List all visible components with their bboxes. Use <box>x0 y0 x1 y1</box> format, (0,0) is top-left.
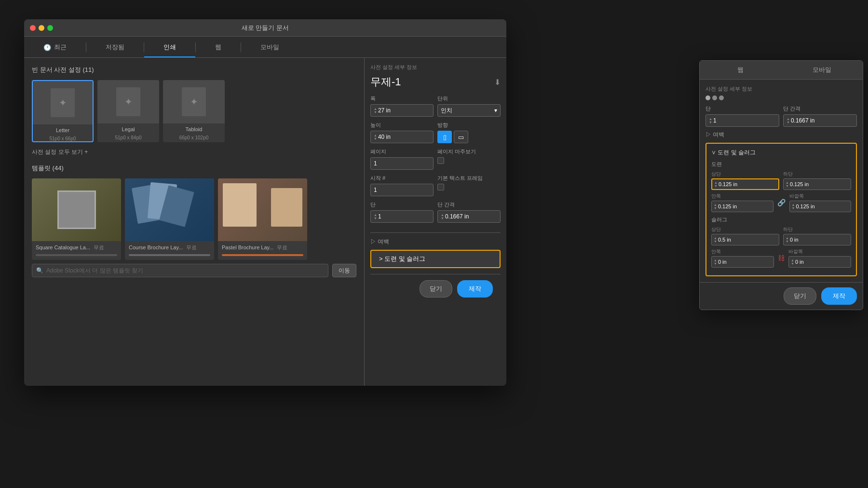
start-textframe-row: 시작 # 1 기본 텍스트 프레임 <box>370 175 501 196</box>
bleed-inside-spinners[interactable]: ▲ ▼ <box>714 203 717 210</box>
exp-tab-web[interactable]: 웹 <box>700 61 781 79</box>
view-all-link[interactable]: 사전 설정 모두 보기 + <box>32 148 356 156</box>
preset-card-legal[interactable]: ✦ Legal 51p0 x 84p0 <box>97 80 159 142</box>
dialog-title: 새로 만들기 문서 <box>242 24 289 32</box>
create-button[interactable]: 제작 <box>457 280 493 298</box>
slug-inside-label: 안쪽 <box>711 248 774 255</box>
unit-dropdown[interactable]: 인치 ▾ <box>437 104 501 117</box>
slug-inside-input[interactable]: ▲ ▼ 0 in <box>711 256 774 268</box>
height-input[interactable]: ▲ ▼ 40 in <box>370 131 434 143</box>
template-thumb-pastel <box>218 178 307 241</box>
start-label: 시작 # <box>370 175 434 182</box>
exp-create-button[interactable]: 제작 <box>821 287 857 305</box>
margin-arrow-icon: ▷ <box>370 238 376 245</box>
width-spinners[interactable]: ▲ ▼ <box>374 107 377 114</box>
sq-thumb-inner <box>32 178 121 241</box>
slug-bottom-input[interactable]: ▲ ▼ 0 in <box>783 234 851 245</box>
move-button[interactable]: 이동 <box>332 264 356 277</box>
slug-top-input[interactable]: ▲ ▼ 0.5 in <box>711 234 779 245</box>
slug-top-spinners[interactable]: ▲ ▼ <box>714 236 717 243</box>
tab-print[interactable]: 인쇄 <box>144 38 195 57</box>
bleed-inside-input[interactable]: ▲ ▼ 0.125 in <box>711 201 773 212</box>
template-label-square: Square Catalogue La... 무료 <box>32 241 121 254</box>
template-card-course[interactable]: Course Brochure Lay... 무료 <box>125 178 214 260</box>
minimize-button[interactable] <box>39 25 44 31</box>
close-button[interactable] <box>30 25 36 31</box>
bleed-top-bottom-row: 상단 ▲ ▼ 0.125 in 하단 <box>711 171 851 190</box>
doc-title: 무제-1 ⬇ <box>370 75 501 89</box>
exp-columns-gap-row: 단 ▲ ▼ 1 단 간격 ▲ <box>705 105 857 127</box>
download-icon[interactable]: ⬇ <box>494 78 501 87</box>
exp-columns-spinners[interactable]: ▲ ▼ <box>709 117 712 124</box>
tab-recent[interactable]: 🕐 최근 <box>24 38 86 57</box>
link-icon[interactable]: 🔗 <box>777 199 786 206</box>
exp-margin-collapse[interactable]: ▷ 여백 <box>705 131 857 139</box>
columns-gap-row: 단 ▲ ▼ 1 단 간격 <box>370 201 501 223</box>
exp-columns-input[interactable]: ▲ ▼ 1 <box>705 114 779 127</box>
bleed-slug-button[interactable]: > 도련 및 슬러그 <box>370 250 501 268</box>
maximize-button[interactable] <box>47 25 53 31</box>
preset-label-tabloid: Tabloid <box>163 123 225 135</box>
facing-checkbox[interactable] <box>437 157 444 164</box>
textframe-checkbox-row <box>437 184 501 190</box>
col-gap-spinners[interactable]: ▲ ▼ <box>441 213 444 220</box>
unlink-icon[interactable]: ⛓ <box>778 254 785 262</box>
letter-icon: ✦ <box>51 88 75 117</box>
slug-title: 슬러그 <box>711 216 851 223</box>
tab-mobile[interactable]: 모바일 <box>241 38 298 57</box>
landscape-button[interactable]: ▭ <box>454 131 468 143</box>
pages-label: 페이지 <box>370 148 434 155</box>
preset-sub-legal: 51p0 x 84p0 <box>97 135 159 140</box>
dialog-footer: 닫기 제작 <box>370 274 501 303</box>
start-group: 시작 # 1 <box>370 175 434 196</box>
exp-columns-label: 단 <box>705 105 779 112</box>
slug-bottom-spinners[interactable]: ▲ ▼ <box>786 236 789 243</box>
columns-label: 단 <box>370 201 434 208</box>
settings-header: 사전 설정 세부 정보 <box>370 64 501 71</box>
preset-card-letter[interactable]: ✦ Letter 51p0 x 66p0 <box>32 80 94 142</box>
bleed-bottom-spinners[interactable]: ▲ ▼ <box>786 181 789 188</box>
tab-web[interactable]: 웹 <box>196 38 241 57</box>
bleed-outside-field: 바깥쪽 ▲ ▼ 0.125 in <box>789 193 852 212</box>
pages-input[interactable]: 1 <box>370 157 434 170</box>
exp-col-gap-spinners[interactable]: ▲ ▼ <box>787 117 790 124</box>
main-dialog: 새로 만들기 문서 🕐 최근 저장됨 인쇄 웹 모바일 빈 문서 사전 설정 (… <box>24 19 506 386</box>
pastel-page2 <box>271 188 302 227</box>
bleed-top-spinners[interactable]: ▲ ▼ <box>714 181 718 188</box>
columns-spinners[interactable]: ▲ ▼ <box>374 213 377 220</box>
start-input[interactable]: 1 <box>370 184 434 196</box>
content-area: 빈 문서 사전 설정 (11) ✦ Letter 51p0 x 66p0 ✦ L… <box>24 58 506 386</box>
slug-inside-spinners[interactable]: ▲ ▼ <box>714 258 717 265</box>
margin-collapse[interactable]: ▷ 여백 <box>370 238 501 246</box>
exp-tab-mobile[interactable]: 모바일 <box>781 61 863 79</box>
tab-bar: 🕐 최근 저장됨 인쇄 웹 모바일 <box>24 37 506 58</box>
preset-card-tabloid[interactable]: ✦ Tabloid 66p0 x 102p0 <box>163 80 225 142</box>
textframe-checkbox[interactable] <box>437 184 444 190</box>
template-card-square[interactable]: Square Catalogue La... 무료 <box>32 178 121 260</box>
template-card-pastel[interactable]: Pastel Brochure Lay... 무료 <box>218 178 307 260</box>
bleed-outside-input[interactable]: ▲ ▼ 0.125 in <box>789 201 852 212</box>
width-input[interactable]: ▲ ▼ 27 in <box>370 104 434 117</box>
height-group: 높이 ▲ ▼ 40 in <box>370 122 434 143</box>
title-bar: 새로 만들기 문서 <box>24 19 506 37</box>
columns-input[interactable]: ▲ ▼ 1 <box>370 210 434 223</box>
bleed-outside-spinners[interactable]: ▲ ▼ <box>792 203 795 210</box>
bleed-top-input[interactable]: ▲ ▼ 0.125 in <box>711 178 779 190</box>
unit-group: 단위 인치 ▾ <box>437 95 501 117</box>
facing-group: 페이지 마주보기 <box>437 148 501 170</box>
slug-outside-spinners[interactable]: ▲ ▼ <box>791 258 794 265</box>
tab-saved[interactable]: 저장됨 <box>86 38 144 57</box>
bleed-bottom-input[interactable]: ▲ ▼ 0.125 in <box>783 178 851 190</box>
exp-col-gap-input[interactable]: ▲ ▼ 0.1667 in <box>783 114 857 127</box>
search-input[interactable]: 🔍 Adobe Stock에서 더 많은 템플릿 찾기 <box>32 264 328 277</box>
height-spinners[interactable]: ▲ ▼ <box>374 134 377 140</box>
bleed-bottom-field: 하단 ▲ ▼ 0.125 in <box>783 171 851 190</box>
col-gap-input[interactable]: ▲ ▼ 0.1667 in <box>437 210 501 223</box>
portrait-button[interactable]: ▯ <box>437 131 452 143</box>
exp-close-button[interactable]: 닫기 <box>784 287 816 305</box>
slug-top-label: 상단 <box>711 226 779 233</box>
dropdown-arrow-icon: ▾ <box>494 107 497 114</box>
direction-buttons: ▯ ▭ <box>437 131 501 143</box>
slug-outside-input[interactable]: ▲ ▼ 0 in <box>788 256 851 268</box>
close-button[interactable]: 닫기 <box>420 280 452 298</box>
